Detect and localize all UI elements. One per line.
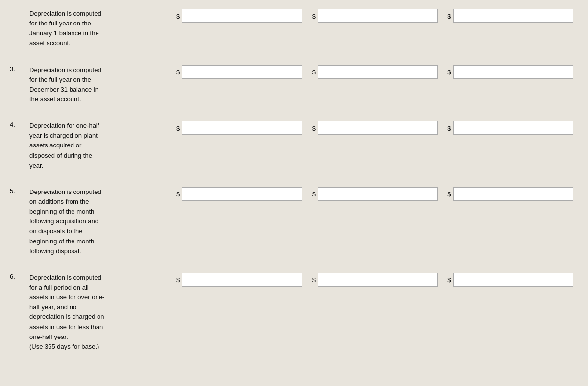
input-4-3[interactable] — [453, 121, 573, 135]
desc-5-line7: following disposal. — [29, 247, 81, 255]
desc-3-line3: December 31 balance in — [29, 86, 98, 93]
desc-top-line1: Depreciation is computed — [29, 10, 101, 17]
desc-4-line4: disposed of during the — [29, 152, 92, 159]
row-number-4: 4. — [10, 121, 29, 128]
input-group-3-3: $ — [442, 65, 578, 79]
desc-6-line8: (Use 365 days for base.) — [29, 343, 99, 350]
row-description-3: Depreciation is computed for the full ye… — [29, 65, 172, 105]
row-4: 4. Depreciation for one-half year is cha… — [10, 117, 578, 174]
input-group-5-1: $ — [172, 187, 307, 201]
desc-5-line3: beginning of the month — [29, 208, 94, 215]
desc-4-line5: year. — [29, 162, 43, 169]
input-3-2[interactable] — [318, 65, 438, 79]
input-5-2[interactable] — [318, 187, 438, 201]
row-3: 3. Depreciation is computed for the full… — [10, 61, 578, 109]
desc-3-line4: the asset account. — [29, 96, 81, 103]
dollar-sign-5-1: $ — [176, 190, 180, 198]
dollar-sign-6-3: $ — [447, 275, 451, 284]
row-description-top: Depreciation is computed for the full ye… — [29, 9, 172, 48]
dollar-sign-5-3: $ — [447, 190, 451, 198]
desc-6-line5: depreciation is charged on — [29, 313, 104, 320]
desc-6-line1: Depreciation is computed — [29, 274, 101, 281]
dollar-sign-3-2: $ — [312, 68, 316, 76]
row-inputs-top: $ $ $ — [172, 9, 578, 23]
input-group-3-1: $ — [172, 65, 307, 79]
input-group-3-2: $ — [307, 65, 443, 79]
dollar-sign-top-3: $ — [447, 12, 451, 20]
row-number-3: 3. — [10, 65, 29, 72]
desc-4-line1: Depreciation for one-half — [29, 122, 99, 129]
input-top-2[interactable] — [318, 9, 438, 23]
input-group-4-1: $ — [172, 121, 307, 135]
input-group-4-2: $ — [307, 121, 443, 135]
dollar-sign-top-2: $ — [312, 12, 316, 20]
desc-6-line2: for a full period on all — [29, 284, 89, 291]
input-4-2[interactable] — [318, 121, 438, 135]
row-inputs-5: $ $ $ — [172, 187, 578, 201]
dollar-sign-3-1: $ — [176, 68, 180, 76]
input-3-3[interactable] — [453, 65, 573, 79]
desc-top-line3: January 1 balance in the — [29, 29, 99, 37]
desc-5-line5: on disposals to the — [29, 227, 82, 235]
row-description-5: Depreciation is computed on additions fr… — [29, 187, 172, 256]
dollar-sign-6-1: $ — [176, 275, 180, 284]
input-group-5-2: $ — [307, 187, 443, 201]
input-5-1[interactable] — [182, 187, 302, 201]
row-description-6: Depreciation is computed for a full peri… — [29, 273, 172, 352]
input-4-1[interactable] — [182, 121, 302, 135]
input-group-top-1: $ — [172, 9, 307, 23]
row-number-6: 6. — [10, 273, 29, 280]
desc-3-line2: for the full year on the — [29, 76, 91, 83]
dollar-sign-top-1: $ — [176, 12, 180, 20]
input-group-5-3: $ — [442, 187, 578, 201]
input-6-1[interactable] — [182, 273, 302, 287]
input-group-6-2: $ — [307, 273, 443, 287]
dollar-sign-4-3: $ — [447, 124, 451, 132]
desc-5-line1: Depreciation is computed — [29, 188, 101, 195]
row-number-5: 5. — [10, 187, 29, 194]
input-top-3[interactable] — [453, 9, 573, 23]
input-5-3[interactable] — [453, 187, 573, 201]
row-5: 5. Depreciation is computed on additions… — [10, 183, 578, 260]
row-inputs-3: $ $ $ — [172, 65, 578, 79]
desc-5-line6: beginning of the month — [29, 238, 94, 245]
content-area: Depreciation is computed for the full ye… — [0, 0, 588, 374]
desc-top-line2: for the full year on the — [29, 20, 91, 27]
input-group-4-3: $ — [442, 121, 578, 135]
input-top-1[interactable] — [182, 9, 302, 23]
row-inputs-4: $ $ $ — [172, 121, 578, 135]
page-container: Depreciation is computed for the full ye… — [0, 0, 588, 386]
row-top-partial: Depreciation is computed for the full ye… — [10, 5, 578, 52]
desc-4-line2: year is charged on plant — [29, 132, 98, 139]
desc-6-line6: assets in use for less than — [29, 323, 103, 331]
dollar-sign-5-2: $ — [312, 190, 316, 198]
input-group-6-1: $ — [172, 273, 307, 287]
input-group-top-3: $ — [442, 9, 578, 23]
desc-5-line4: following acquisition and — [29, 217, 98, 225]
row-6: 6. Depreciation is computed for a full p… — [10, 269, 578, 356]
dollar-sign-4-2: $ — [312, 124, 316, 132]
dollar-sign-6-2: $ — [312, 275, 316, 284]
input-group-top-2: $ — [307, 9, 443, 23]
desc-6-line7: one-half year. — [29, 333, 68, 340]
desc-6-line3: assets in use for over one- — [29, 293, 104, 301]
input-3-1[interactable] — [182, 65, 302, 79]
desc-3-line1: Depreciation is computed — [29, 66, 101, 73]
desc-5-line2: on additions from the — [29, 198, 89, 205]
row-description-4: Depreciation for one-half year is charge… — [29, 121, 172, 170]
desc-top-line4: asset account. — [29, 39, 71, 47]
desc-6-line4: half year, and no — [29, 303, 76, 311]
row-inputs-6: $ $ $ — [172, 273, 578, 287]
dollar-sign-3-3: $ — [447, 68, 451, 76]
input-group-6-3: $ — [442, 273, 578, 287]
input-6-2[interactable] — [318, 273, 438, 287]
dollar-sign-4-1: $ — [176, 124, 180, 132]
input-6-3[interactable] — [453, 273, 573, 287]
desc-4-line3: assets acquired or — [29, 142, 81, 149]
